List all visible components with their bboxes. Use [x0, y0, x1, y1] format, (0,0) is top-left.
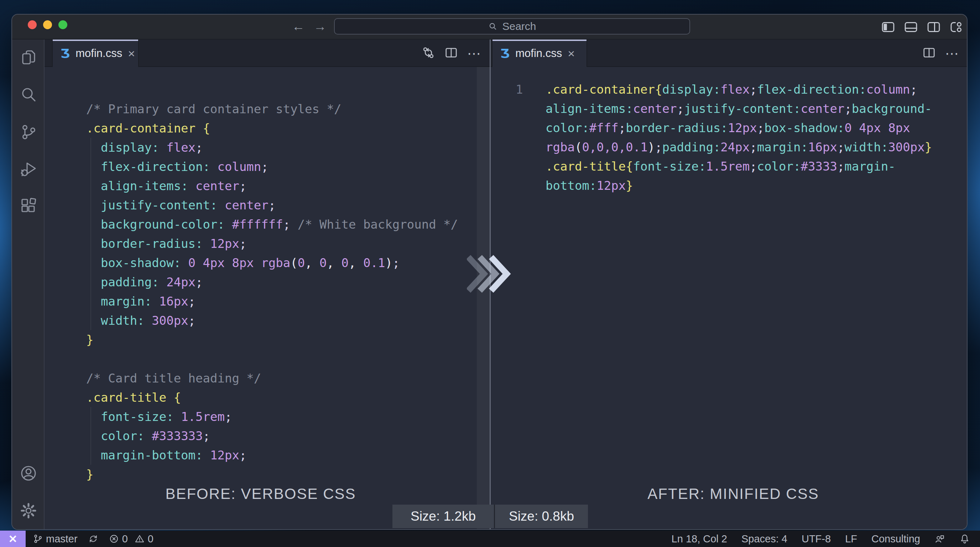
- left-editor-actions: ⋯: [422, 40, 482, 67]
- status-right: Ln 18, Col 2 Spaces: 4 UTF-8 LF Consulti…: [671, 531, 970, 547]
- zoom-window-button[interactable]: [59, 20, 67, 29]
- eol-setting[interactable]: LF: [845, 533, 857, 545]
- indentation-setting[interactable]: Spaces: 4: [741, 533, 788, 545]
- tab-mofin-css-right[interactable]: Ʒ mofin.css ×: [492, 40, 587, 67]
- code-line: background-color: #ffffff; /* White back…: [86, 215, 458, 234]
- code-line: bottom:12px}: [546, 176, 932, 195]
- editor-before[interactable]: /* Primary card container styles */.card…: [45, 67, 490, 530]
- language-mode[interactable]: Consulting: [872, 533, 920, 545]
- css-file-icon: Ʒ: [60, 48, 70, 59]
- feedback-indicator[interactable]: [934, 533, 945, 544]
- activity-bar: [12, 40, 45, 530]
- search-icon[interactable]: [20, 86, 37, 103]
- desktop: { "titlebar": { "search_placeholder": "S…: [0, 0, 980, 547]
- code-line: [86, 349, 458, 369]
- errors-count: 0: [122, 533, 128, 545]
- toggle-secondary-sidebar-icon[interactable]: [926, 19, 942, 35]
- close-window-button[interactable]: [28, 20, 37, 29]
- sync-icon: [88, 534, 98, 544]
- open-changes-icon[interactable]: [422, 46, 435, 61]
- split-editor-icon[interactable]: [922, 46, 936, 61]
- tab-mofin-css-left[interactable]: Ʒ mofin.css ×: [52, 40, 139, 67]
- code-line: color: #333333;: [86, 426, 458, 445]
- code-verbose-css: /* Primary card container styles */.card…: [86, 99, 458, 484]
- close-tab-icon[interactable]: ×: [568, 48, 575, 59]
- code-line: padding: 24px;: [86, 272, 458, 292]
- traffic-lights: [28, 20, 67, 29]
- navigate-forward-icon[interactable]: →: [312, 19, 328, 34]
- branch-name: master: [46, 533, 78, 545]
- code-line: }: [86, 465, 458, 484]
- code-line: border-radius: 12px;: [86, 234, 458, 253]
- editor-after[interactable]: 1 .card-container{display:flex;flex-dire…: [491, 67, 967, 530]
- editor-sash[interactable]: [477, 67, 490, 530]
- code-line: margin: 16px;: [86, 292, 458, 311]
- minify-chevrons-icon: [467, 254, 513, 293]
- line-number: 1: [515, 80, 523, 99]
- code-line: font-size: 1.5rem;: [86, 407, 458, 426]
- errors-icon: [109, 534, 119, 544]
- code-line: box-shadow: 0 4px 8px rgba(0, 0, 0, 0.1)…: [86, 253, 458, 272]
- customize-layout-icon[interactable]: [949, 19, 964, 35]
- cursor-position[interactable]: Ln 18, Col 2: [671, 533, 727, 545]
- code-line: rgba(0,0,0,0.1);padding:24px;margin:16px…: [546, 137, 932, 157]
- source-control-icon[interactable]: [20, 124, 37, 141]
- code-line: align-items: center;: [86, 176, 458, 196]
- vscode-window: ← → Search Ʒ mofin.css: [11, 14, 967, 530]
- tab-label: mofin.css: [515, 47, 562, 60]
- css-file-icon: Ʒ: [500, 48, 509, 59]
- layout-controls: [880, 19, 964, 35]
- size-badges: Size: 1.2kb Size: 0.8kb: [393, 505, 588, 528]
- size-badge-after: Size: 0.8kb: [494, 505, 588, 528]
- status-bar: ✕ master 0 0 Ln 18, Col 2 Spaces: 4 UTF-…: [0, 531, 980, 547]
- code-line: flex-direction: column;: [86, 157, 458, 176]
- code-minified-css: .card-container{display:flex;flex-direct…: [546, 80, 932, 195]
- status-left: master 0 0: [33, 531, 153, 547]
- title-bar: ← → Search: [12, 14, 967, 40]
- more-actions-icon[interactable]: ⋯: [945, 46, 959, 61]
- notifications-indicator[interactable]: [959, 533, 970, 544]
- branch-indicator[interactable]: master: [33, 533, 78, 545]
- code-line: .card-container {: [86, 119, 458, 138]
- code-line: justify-content: center;: [86, 196, 458, 215]
- code-line: }: [86, 330, 458, 349]
- toggle-panel-icon[interactable]: [903, 19, 919, 35]
- code-line: .card-title{font-size:1.5rem;color:#3333…: [546, 157, 932, 176]
- bell-icon: [959, 533, 970, 544]
- extensions-icon[interactable]: [20, 198, 37, 215]
- code-line: display: flex;: [86, 138, 458, 157]
- after-caption: AFTER: MINIFIED CSS: [627, 485, 840, 502]
- close-tab-icon[interactable]: ×: [128, 48, 135, 59]
- tab-label: mofin.css: [75, 47, 122, 60]
- git-branch-icon: [33, 534, 43, 544]
- code-line: width: 300px;: [86, 311, 458, 330]
- account-icon[interactable]: [20, 465, 37, 482]
- remote-indicator[interactable]: ✕: [0, 531, 25, 547]
- size-badge-before: Size: 1.2kb: [393, 505, 494, 528]
- code-line: .card-container{display:flex;flex-direct…: [546, 80, 932, 99]
- minimize-window-button[interactable]: [43, 20, 52, 29]
- more-actions-icon[interactable]: ⋯: [467, 46, 482, 61]
- problems-indicator[interactable]: 0 0: [109, 533, 153, 545]
- right-editor-actions: ⋯: [922, 40, 959, 67]
- search-icon: [488, 21, 498, 31]
- before-caption: BEFORE: VERBOSE CSS: [154, 485, 368, 502]
- search-placeholder: Search: [502, 20, 536, 32]
- code-line: color:#fff;border-radius:12px;box-shadow…: [546, 118, 932, 137]
- code-line: margin-bottom: 12px;: [86, 445, 458, 465]
- warnings-count: 0: [148, 533, 153, 545]
- navigate-back-icon[interactable]: ←: [291, 19, 306, 34]
- sync-indicator[interactable]: [88, 534, 98, 544]
- command-center-search[interactable]: Search: [334, 18, 690, 35]
- run-debug-icon[interactable]: [20, 160, 37, 177]
- warnings-icon: [135, 534, 145, 544]
- encoding-setting[interactable]: UTF-8: [802, 533, 831, 545]
- explorer-icon[interactable]: [20, 49, 37, 66]
- settings-gear-icon[interactable]: [20, 502, 37, 519]
- toggle-primary-sidebar-icon[interactable]: [880, 19, 896, 35]
- split-editor-icon[interactable]: [444, 46, 458, 61]
- code-line: /* Primary card container styles */: [86, 99, 458, 119]
- feedback-person-icon: [934, 533, 945, 544]
- code-line: /* Card title heading */: [86, 369, 458, 388]
- code-line: align-items:center;justify-content:cente…: [546, 99, 932, 118]
